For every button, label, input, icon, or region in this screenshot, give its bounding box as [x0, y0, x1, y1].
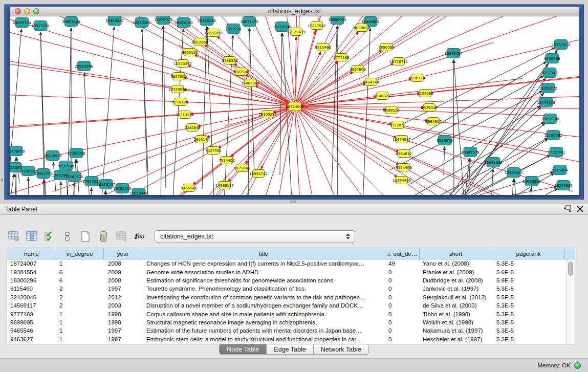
- graph-node-citing[interactable]: 9827508: [233, 68, 249, 76]
- graph-node-cited[interactable]: 16958107: [97, 180, 115, 189]
- cell-short[interactable]: Jankovic et al. (1997): [420, 286, 492, 292]
- graph-node-cited[interactable]: 20206576: [43, 151, 62, 161]
- cell-out_de[interactable]: 49: [385, 260, 420, 267]
- cell-pagerank[interactable]: 5.3E-5: [492, 319, 565, 325]
- cell-in_degree[interactable]: 1: [56, 327, 104, 334]
- cell-short[interactable]: Nakamura et al. (1997): [420, 327, 492, 334]
- graph-node-cited[interactable]: 17359928: [67, 148, 85, 158]
- table-row[interactable]: 911546021997Tourette syndrome. Phenomeno…: [7, 285, 566, 293]
- graph-node-citing[interactable]: 9588520: [383, 106, 399, 114]
- scrollbar-thumb[interactable]: [568, 261, 573, 276]
- table-row[interactable]: 946554611997Estimation of the future num…: [7, 326, 566, 335]
- graph-node-cited[interactable]: 12160362: [544, 130, 562, 140]
- cell-title[interactable]: Investigating the contribution of common…: [142, 294, 385, 300]
- table-row[interactable]: 977716911998Corpus callosum shape and si…: [7, 310, 566, 318]
- graph-node-citing[interactable]: 12217987: [308, 22, 326, 30]
- graph-node-citing[interactable]: 8912954: [192, 38, 208, 46]
- column-header-pagerank[interactable]: pagerank: [492, 248, 565, 259]
- graph-node-citing[interactable]: 2867608: [350, 65, 365, 73]
- graph-node-citing[interactable]: 9827509: [170, 73, 186, 80]
- graph-node-citing[interactable]: 9579049: [421, 104, 437, 112]
- graph-node-cited[interactable]: 12923447: [505, 168, 523, 178]
- cell-year[interactable]: 1997: [104, 336, 142, 342]
- cell-name[interactable]: 9777169: [7, 311, 56, 317]
- graph-node-cited[interactable]: 15751074: [552, 40, 570, 50]
- tab-node-table[interactable]: Node Table: [220, 344, 267, 354]
- cell-out_de[interactable]: 0: [385, 302, 420, 309]
- cell-in_degree[interactable]: 1: [56, 311, 104, 317]
- cell-name[interactable]: 9463627: [7, 336, 56, 342]
- graph-node-citing[interactable]: 9242848: [184, 124, 200, 132]
- cell-title[interactable]: Structural magnetic resonance image aver…: [142, 319, 385, 325]
- table-row[interactable]: 1938455462009Genome-wide association stu…: [7, 268, 566, 276]
- delete-table-icon[interactable]: [97, 229, 110, 244]
- cell-short[interactable]: de Silva et al. (2003): [420, 302, 492, 309]
- cell-in_degree[interactable]: 2: [56, 286, 104, 292]
- graph-node-cited[interactable]: 12093872: [539, 83, 557, 93]
- cell-out_de[interactable]: 0: [385, 319, 420, 325]
- graph-node-cited[interactable]: 12923448: [129, 188, 148, 195]
- split-divider-handle[interactable]: [290, 201, 296, 203]
- graph-node-cited[interactable]: 17103451: [547, 147, 565, 157]
- tab-edge-table[interactable]: Edge Table: [267, 344, 313, 354]
- cell-year[interactable]: 2012: [104, 294, 142, 300]
- cell-out_de[interactable]: 0: [385, 327, 420, 334]
- cell-pagerank[interactable]: 5.3E-5: [492, 260, 565, 267]
- graph-node-cited[interactable]: 16096975: [328, 16, 346, 25]
- cell-in_degree[interactable]: 6: [56, 269, 104, 275]
- cell-short[interactable]: Tibbo et al. (1998): [420, 311, 492, 317]
- graph-node-cited[interactable]: 16671875: [240, 17, 258, 27]
- cell-pagerank[interactable]: 5.5E-5: [492, 294, 565, 300]
- horizontal-split-divider[interactable]: [0, 200, 588, 204]
- graph-node-cited[interactable]: 15845852: [484, 158, 503, 167]
- cell-out_de[interactable]: 0: [385, 311, 420, 317]
- import-table-icon-disabled[interactable]: [115, 229, 128, 244]
- table-row[interactable]: 1456911722003Disruption of a novel membe…: [7, 301, 566, 310]
- cell-in_degree[interactable]: 1: [56, 260, 104, 267]
- cell-out_de[interactable]: 0: [385, 336, 420, 342]
- graph-node-cited[interactable]: 10953287: [105, 16, 124, 26]
- graph-node-cited[interactable]: 16279837: [554, 181, 573, 190]
- memory-status-indicator[interactable]: [574, 362, 581, 369]
- graph-node-cited[interactable]: 10753208: [541, 114, 559, 124]
- graph-node-cited[interactable]: 10719138: [198, 16, 216, 26]
- cell-year[interactable]: 2009: [104, 269, 142, 275]
- cell-name[interactable]: 9115460: [7, 286, 56, 292]
- graph-node-citing[interactable]: 22420046: [168, 85, 187, 93]
- table-row[interactable]: 969969511998Structural magnetic resonanc…: [7, 318, 566, 326]
- table-chooser-dropdown[interactable]: citations_edges.txt: [155, 230, 355, 243]
- close-panel-icon[interactable]: [577, 205, 583, 214]
- network-window-titlebar[interactable]: citations_edges.txt: [10, 7, 579, 16]
- graph-node-cited[interactable]: 19313758: [31, 21, 50, 31]
- citation-network-graph[interactable]: 2405572419313758206914061095328716953287…: [10, 16, 579, 195]
- graph-node-citing[interactable]: 10674827: [393, 136, 411, 143]
- graph-node-citing[interactable]: 7224069: [417, 90, 433, 97]
- cell-year[interactable]: 1998: [104, 319, 142, 325]
- graph-node-cited[interactable]: 7957224: [225, 24, 242, 34]
- graph-node-cited[interactable]: 9586879: [437, 136, 452, 145]
- graph-node-cited[interactable]: 9129966: [544, 54, 560, 63]
- graph-node-cited[interactable]: 25206050: [10, 146, 25, 156]
- cell-pagerank[interactable]: 5.9E-5: [492, 277, 565, 283]
- graph-node-citing[interactable]: 9115460: [315, 43, 331, 51]
- table-row[interactable]: 946362711997Embryonic stem cells: a mode…: [7, 335, 566, 343]
- graph-node-cited[interactable]: 16782753: [113, 184, 132, 193]
- graph-node-citing[interactable]: 9146821: [374, 92, 390, 100]
- graph-node-cited[interactable]: 20853346: [75, 61, 93, 71]
- cell-name[interactable]: 22420046: [7, 294, 56, 300]
- cell-year[interactable]: 1997: [104, 327, 142, 334]
- graph-node-cited[interactable]: 13942757: [34, 169, 53, 179]
- graph-node-citing[interactable]: 12125439: [287, 28, 306, 36]
- graph-node-cited[interactable]: 20691406: [62, 17, 80, 27]
- graph-node-citing[interactable]: 8099657: [354, 24, 369, 32]
- cell-year[interactable]: 2008: [104, 277, 142, 283]
- cell-name[interactable]: 18300295: [7, 277, 56, 283]
- cell-in_degree[interactable]: 2: [56, 294, 104, 300]
- graph-node-citing[interactable]: 9777169: [333, 54, 349, 61]
- network-window[interactable]: citations_edges.txt 24055724193137582069…: [10, 7, 579, 195]
- column-header-short[interactable]: short: [420, 248, 492, 259]
- table-row[interactable]: 1830029562008Estimation of significance …: [7, 276, 566, 285]
- close-window-button[interactable]: [15, 8, 21, 14]
- graph-node-citing[interactable]: 9175046: [234, 164, 250, 172]
- graph-node-cited[interactable]: 9245404: [552, 165, 568, 175]
